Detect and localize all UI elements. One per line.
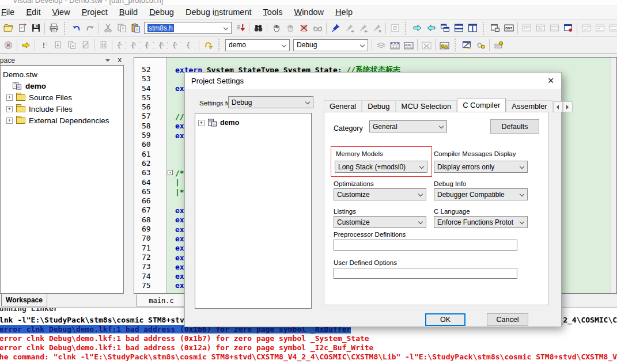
window-red-dot-icon[interactable]	[561, 21, 575, 36]
doc-window-icon[interactable]	[488, 21, 502, 36]
fold-marker-icon[interactable]: -	[168, 170, 173, 175]
editor-scrollbar[interactable]	[611, 58, 616, 293]
print-icon[interactable]	[47, 21, 60, 36]
output-line-4[interactable]: #error clnk Debug\demo.lkf:1 bad address…	[0, 334, 617, 343]
brace-6-icon[interactable]: { }-	[183, 37, 197, 52]
cascade-windows-icon[interactable]	[438, 21, 452, 36]
table-gears-icon[interactable]	[437, 37, 451, 52]
tile-horizontal-icon[interactable]	[452, 21, 465, 36]
output-line-5[interactable]: #error clnk Debug\demo.lkf:1 bad address…	[0, 343, 617, 352]
table-x-icon[interactable]	[419, 37, 433, 52]
brace-3-icon[interactable]: { }i	[142, 37, 156, 52]
paste-icon[interactable]	[128, 21, 142, 36]
hand-no-icon[interactable]	[297, 21, 311, 36]
stop-build-icon[interactable]	[1, 37, 15, 52]
toolbar-group-handle[interactable]	[218, 39, 221, 51]
settings-for-combobox[interactable]: Debug	[228, 96, 313, 108]
expand-plus-icon[interactable]: +	[6, 117, 13, 124]
watch-window-icon[interactable]	[520, 21, 533, 36]
run-icon[interactable]	[19, 37, 33, 52]
toolbar-group-handle[interactable]	[64, 22, 66, 35]
hand-disabled-icon[interactable]	[283, 21, 297, 36]
expand-plus-icon[interactable]: +	[6, 94, 13, 101]
go-forward-icon[interactable]	[410, 21, 424, 36]
save-icon[interactable]	[29, 21, 43, 36]
instr-window-3-icon[interactable]	[607, 21, 617, 36]
bookmark-prev-icon[interactable]	[356, 21, 370, 36]
tile-vertical-icon[interactable]	[465, 21, 479, 36]
bookmark-clear-icon[interactable]	[370, 21, 384, 36]
tree-root[interactable]: Demo.stw	[2, 69, 123, 80]
tab-debug[interactable]: Debug	[362, 100, 395, 112]
tab-assembler[interactable]: Assembler	[506, 100, 552, 112]
expand-plus-icon[interactable]: +	[6, 106, 13, 112]
debug-start-icon[interactable]	[460, 37, 474, 52]
defaults-button[interactable]: Defaults	[490, 119, 539, 134]
listings-combobox[interactable]: Customize	[334, 216, 426, 228]
table-plus-icon[interactable]	[402, 37, 415, 52]
copy-icon[interactable]	[115, 21, 128, 36]
output-line-6[interactable]: The command: "clnk -l"E:\StudyPack\stm8s…	[0, 352, 617, 362]
tree-folder-source-files[interactable]: +Source Files	[2, 92, 123, 103]
brace-2-icon[interactable]: { }0	[128, 37, 142, 52]
menu-window[interactable]: Window	[288, 7, 330, 17]
c-language-combobox[interactable]: Enforce Functions Protot	[434, 216, 528, 228]
menu-view[interactable]: View	[46, 7, 75, 17]
brace-1-icon[interactable]: { }+	[114, 37, 128, 52]
table-blue-icon[interactable]	[388, 37, 402, 52]
panel-menu-icon[interactable]	[105, 59, 110, 64]
menu-debug-instrument[interactable]: Debug instrument	[180, 7, 258, 17]
panel-close-icon[interactable]: x	[118, 55, 122, 64]
new-doc-icon[interactable]	[15, 21, 29, 36]
tree-project-demo[interactable]: demo	[2, 80, 123, 92]
build-files-icon[interactable]	[65, 37, 78, 52]
tab-mcu-selection[interactable]: MCU Selection	[396, 100, 457, 112]
tab-c-compiler[interactable]: C Compiler	[457, 98, 506, 112]
build-stack-icon[interactable]	[374, 37, 388, 52]
go-back-icon[interactable]	[424, 21, 438, 36]
dialog-tree-project[interactable]: + demo	[198, 117, 311, 128]
workspace-bottom-tab[interactable]: Workspace	[1, 294, 47, 306]
tab-scroll-left-icon[interactable]	[553, 101, 563, 112]
debug-info-combobox[interactable]: Debugger Compatible	[434, 188, 528, 200]
memory-models-combobox[interactable]: Long Stack (+modsl0)	[335, 161, 427, 173]
toolbar-group-handle[interactable]	[455, 39, 457, 51]
undo-icon[interactable]	[69, 21, 83, 36]
emulator-icon[interactable]	[491, 37, 505, 52]
bookmark-next-icon[interactable]	[342, 21, 356, 36]
find-in-files-icon[interactable]	[251, 21, 265, 36]
debug-gears-icon[interactable]	[474, 37, 487, 52]
bookmark-icon[interactable]	[328, 21, 342, 36]
expand-plus-icon[interactable]: +	[198, 120, 205, 126]
memory-window-icon[interactable]	[547, 21, 561, 36]
ok-button[interactable]: OK	[425, 313, 465, 326]
swap-icon[interactable]	[201, 37, 215, 52]
compiler-messages-combobox[interactable]: Display errors only	[434, 161, 528, 173]
menu-edit[interactable]: Edit	[20, 7, 46, 17]
configuration-combobox[interactable]: Debug	[293, 39, 368, 51]
file-search-combobox[interactable]: stm8s.h	[144, 22, 232, 34]
tab-general[interactable]: General	[324, 100, 362, 112]
toolbar-group-handle[interactable]	[405, 22, 407, 35]
menu-project[interactable]: Project	[76, 7, 113, 17]
compile-file-icon[interactable]	[51, 37, 65, 52]
brace-4-icon[interactable]: { }0	[156, 37, 169, 52]
register-window-icon[interactable]: 0x	[533, 21, 547, 36]
cancel-button[interactable]: Cancel	[487, 313, 528, 326]
hand-icon[interactable]	[269, 21, 283, 36]
redo-icon[interactable]	[83, 21, 97, 36]
tab-scroll-right-icon[interactable]	[563, 101, 573, 112]
instr-window-2-icon[interactable]	[593, 21, 607, 36]
category-combobox[interactable]: General	[369, 120, 447, 132]
glasses-icon[interactable]	[311, 21, 324, 36]
tree-folder-include-files[interactable]: +Include Files	[2, 103, 123, 115]
refresh-icon[interactable]	[388, 21, 402, 36]
compile-exclaim-icon[interactable]: !	[37, 37, 51, 52]
dialog-close-icon[interactable]: ×	[542, 73, 560, 88]
rebuild-icon[interactable]	[96, 37, 110, 52]
menu-tools[interactable]: Tools	[258, 7, 289, 17]
optimizations-combobox[interactable]: Customize	[334, 188, 426, 200]
open-folder-icon[interactable]	[1, 21, 15, 36]
instr-window-1-icon[interactable]	[579, 21, 593, 36]
project-combobox[interactable]: demo	[225, 39, 290, 51]
